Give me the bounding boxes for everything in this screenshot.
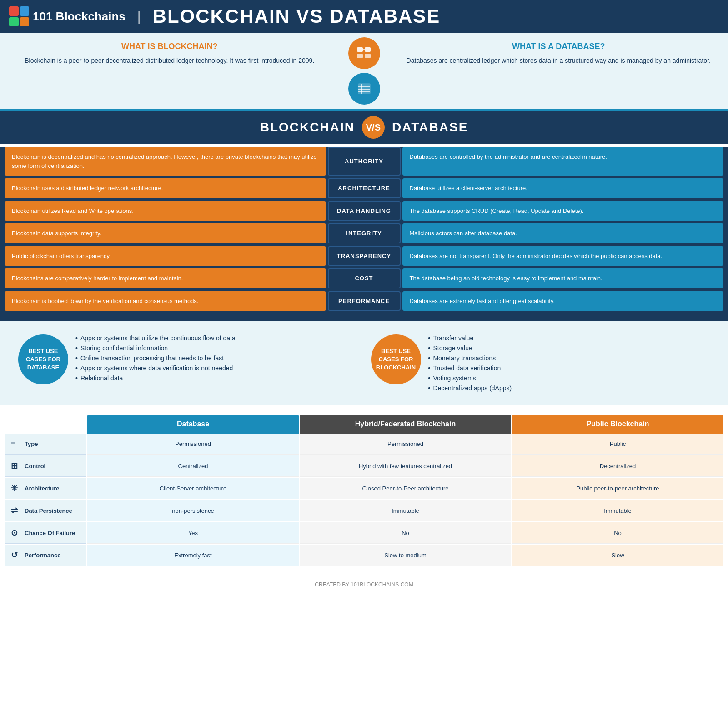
comp-right: Databases are controlled by the administ… [402,147,724,176]
blockchain-intro-title: WHAT IS BLOCKCHAIN? [14,42,326,51]
bt-cell-hybrid: Closed Peer-to-Peer architecture [300,478,511,499]
bt-cell-public: Immutable [512,500,723,521]
list-item: Online transaction processing that needs… [75,354,236,362]
bt-row-label: ⊙Chance Of Failure [5,522,86,544]
comp-center: ARCHITECTURE [328,178,401,198]
logo-sq-red [9,6,19,16]
database-intro-title: WHAT IS A DATABASE? [403,42,715,51]
svg-rect-1 [357,54,363,58]
comparison-row: Public blockchain offers transparency. T… [5,246,723,266]
bt-cell-public: Public [512,434,723,455]
comp-center: PERFORMANCE [328,291,401,311]
list-item: Apps or systems that utilize the continu… [75,334,236,342]
comp-right: Database utilizes a client-server archit… [402,178,724,198]
footer-text: CREATED BY 101BLOCKCHAINS.COM [315,581,413,588]
comp-right: Databases are extremely fast and offer g… [402,291,724,311]
brand-name: 101 Blockchains [33,10,126,24]
list-item: Storing confidential information [75,344,236,352]
bt-row-label: ✳Architecture [5,478,86,499]
row-icon: ↺ [11,550,21,560]
bottom-grid: Database Hybrid/Federated Blockchain Pub… [5,415,723,434]
bt-cell-hybrid: Slow to medium [300,545,511,566]
bt-row-label: ⊞Control [5,455,86,477]
bt-cell-db: Permissioned [87,434,299,455]
list-item: Storage value [428,344,512,352]
header-divider: | [137,9,141,24]
blockchain-use-cases: BEST USE CASES FOR BLOCKCHAIN Transfer v… [371,334,710,392]
bt-empty-header [5,415,86,434]
bt-row-label: ↺Performance [5,545,86,566]
comp-left: Blockchain utilizes Read and Write opera… [5,201,326,221]
bt-cell-hybrid: Permissioned [300,434,511,455]
comp-center: COST [328,268,401,288]
list-item: Transfer value [428,334,512,342]
list-item: Trusted data verification [428,364,512,372]
row-icon: ⊙ [11,528,21,538]
vs-section: BLOCKCHAIN V/S DATABASE [0,111,728,144]
logo-container: 101 Blockchains [9,6,126,26]
comp-right: The database supports CRUD (Create, Read… [402,201,724,221]
bt-cell-public: Decentralized [512,455,723,477]
svg-rect-0 [357,47,363,52]
comp-center: DATA HANDLING [328,201,401,221]
bt-data-grid: ≡TypePermissionedPermissionedPublic⊞Cont… [5,434,723,566]
database-use-case-circle: BEST USE CASES FOR DATABASE [18,334,68,384]
comp-left: Blockchain uses a distributed ledger net… [5,178,326,198]
comp-right: Databases are not transparent. Only the … [402,246,724,266]
comp-left: Blockchains are comparatively harder to … [5,268,326,288]
intro-section: WHAT IS BLOCKCHAIN? Blockchain is a peer… [0,33,728,111]
row-label-text: Chance Of Failure [25,530,75,536]
footer: CREATED BY 101BLOCKCHAINS.COM [0,575,728,594]
comparison-table: Blockchain is decentralized and has no c… [0,147,728,321]
list-item: Decentralized apps (dApps) [428,384,512,392]
comp-center: TRANSPARENCY [328,246,401,266]
bottom-table: Database Hybrid/Federated Blockchain Pub… [0,405,728,575]
list-item: Voting systems [428,374,512,382]
row-icon: ⇌ [11,506,21,516]
bt-db-header: Database [87,415,299,434]
bt-row-label: ⇌Data Persistence [5,500,86,521]
row-icon: ⊞ [11,461,21,471]
bt-cell-db: Client-Server architecture [87,478,299,499]
database-use-cases: BEST USE CASES FOR DATABASE Apps or syst… [18,334,357,384]
comp-right: Malicious actors can alter database data… [402,223,724,243]
list-item: Relational data [75,374,236,382]
row-label-text: Architecture [25,485,60,492]
blockchain-intro: WHAT IS BLOCKCHAIN? Blockchain is a peer… [0,33,339,109]
logo-sq-green [9,17,19,27]
bt-cell-hybrid: Hybrid with few features centralized [300,455,511,477]
logo-icon [9,6,29,26]
blockchain-icon [348,37,380,69]
comp-left: Blockchain data supports integrity. [5,223,326,243]
list-item: Monetary transactions [428,354,512,362]
comp-left: Blockchain is bobbed down by the verific… [5,291,326,311]
bt-cell-db: Yes [87,522,299,544]
bt-row-label: ≡Type [5,434,86,455]
row-label-text: Data Persistence [25,507,72,514]
row-icon: ≡ [11,439,21,449]
comparison-row: Blockchain data supports integrity. INTE… [5,223,723,243]
row-icon: ✳ [11,483,21,493]
intro-icons [339,33,389,109]
comp-center: INTEGRITY [328,223,401,243]
bt-cell-public: No [512,522,723,544]
bt-hybrid-header: Hybrid/Federated Blockchain [300,415,511,434]
comparison-row: Blockchain uses a distributed ledger net… [5,178,723,198]
comparison-row: Blockchain is decentralized and has no c… [5,147,723,176]
row-label-text: Control [25,463,45,470]
vs-blockchain-label: BLOCKCHAIN [260,120,355,135]
database-intro: WHAT IS A DATABASE? Databases are centra… [389,33,728,109]
svg-rect-3 [365,54,371,58]
comp-right: The database being an old technology is … [402,268,724,288]
comparison-row: Blockchains are comparatively harder to … [5,268,723,288]
bt-cell-hybrid: Immutable [300,500,511,521]
bt-cell-db: Centralized [87,455,299,477]
blockchain-intro-text: Blockchain is a peer-to-peer decentraliz… [14,56,326,66]
page-title: BLOCKCHAIN VS DATABASE [153,5,441,27]
bt-cell-public: Public peer-to-peer architecture [512,478,723,499]
logo-sq-blue [20,6,30,16]
bt-cell-db: non-persistence [87,500,299,521]
list-item: Apps or systems where data verification … [75,364,236,372]
blockchain-use-case-circle: BEST USE CASES FOR BLOCKCHAIN [371,334,421,384]
row-label-text: Performance [25,552,60,559]
